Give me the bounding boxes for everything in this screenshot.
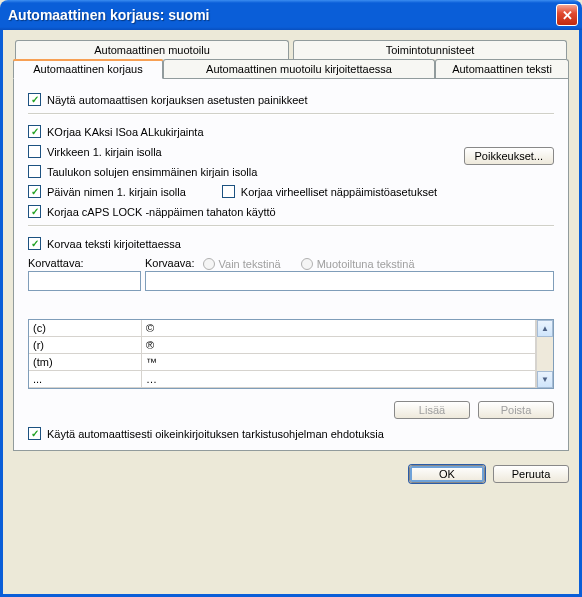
table-cell[interactable]: ... [29,371,142,388]
checkbox-two-initial-caps[interactable] [28,125,41,138]
checkbox-use-spellcheck[interactable] [28,427,41,440]
label-replace-text: Korvaa teksti kirjoitettaessa [47,238,181,250]
scroll-track[interactable] [537,337,553,371]
table-cell[interactable]: … [142,371,536,388]
table-cell[interactable]: © [142,320,536,337]
tab-autoformat-typing[interactable]: Automaattinen muotoilu kirjoitettaessa [163,59,435,78]
label-replace-field: Korvattava: [28,257,141,269]
checkbox-show-options-buttons[interactable] [28,93,41,106]
tab-action-tags[interactable]: Toimintotunnisteet [293,40,567,59]
tab-row-upper: Automaattinen muotoilu Toimintotunnistee… [13,40,569,59]
table-cell[interactable]: ™ [142,354,536,371]
cancel-button[interactable]: Peruuta [493,465,569,483]
label-caps-lock: Korjaa cAPS LOCK -näppäimen tahaton käyt… [47,206,276,218]
radio-formatted-text [301,258,313,270]
checkbox-replace-text[interactable] [28,237,41,250]
replacement-table: (c) (r) (tm) ... © ® ™ … ▲ ▼ [28,319,554,389]
checkbox-fix-keyboard[interactable] [222,185,235,198]
window-title: Automaattinen korjaus: suomi [8,7,556,23]
autocorrect-panel: Näytä automaattisen korjauksen asetusten… [13,78,569,451]
tab-auto-format[interactable]: Automaattinen muotoilu [15,40,289,59]
scroll-up-button[interactable]: ▲ [537,320,553,337]
label-plain-text: Vain tekstinä [219,258,281,270]
replace-input[interactable] [28,271,141,291]
table-cell[interactable]: (r) [29,337,142,354]
tab-row-lower: Automaattinen korjaus Automaattinen muot… [13,59,569,78]
separator [28,225,554,227]
label-table-cell-cap: Taulukon solujen ensimmäinen kirjain iso… [47,166,257,178]
remove-button: Poista [478,401,554,419]
separator [28,113,554,115]
scroll-down-button[interactable]: ▼ [537,371,553,388]
radio-plain-text [203,258,215,270]
table-cell[interactable]: ® [142,337,536,354]
add-button: Lisää [394,401,470,419]
table-cell[interactable]: (c) [29,320,142,337]
checkbox-day-cap[interactable] [28,185,41,198]
checkbox-caps-lock[interactable] [28,205,41,218]
label-fix-keyboard: Korjaa virheelliset näppäimistöasetukset [241,186,437,198]
label-show-options-buttons: Näytä automaattisen korjauksen asetusten… [47,94,308,106]
exceptions-button[interactable]: Poikkeukset... [464,147,554,165]
with-input[interactable] [145,271,554,291]
label-use-spellcheck: Käytä automaattisesti oikeinkirjoituksen… [47,428,384,440]
checkbox-sentence-cap[interactable] [28,145,41,158]
tab-autotext[interactable]: Automaattinen teksti [435,59,569,78]
label-formatted-text: Muotoiltuna tekstinä [317,258,415,270]
label-day-cap: Päivän nimen 1. kirjain isolla [47,186,186,198]
tab-autocorrect[interactable]: Automaattinen korjaus [13,59,163,79]
label-two-initial-caps: KOrjaa KAksi ISoa ALkukirjainta [47,126,204,138]
ok-button[interactable]: OK [409,465,485,483]
table-cell[interactable]: (tm) [29,354,142,371]
close-button[interactable]: ✕ [556,4,578,26]
table-scrollbar[interactable]: ▲ ▼ [536,320,553,388]
label-sentence-cap: Virkkeen 1. kirjain isolla [47,146,162,158]
checkbox-table-cell-cap[interactable] [28,165,41,178]
label-with-field: Korvaava: [145,257,195,269]
